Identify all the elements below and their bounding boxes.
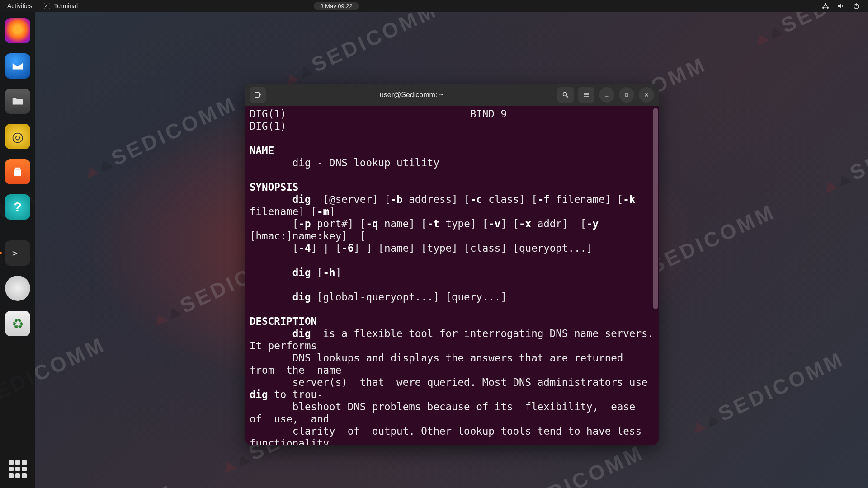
app-menu-label: Terminal [54,2,78,9]
svg-point-8 [563,92,566,96]
terminal-icon: >_ [44,3,50,9]
app-menu-button[interactable]: >_ Terminal [39,2,82,9]
clock-button[interactable]: 8 May 09:22 [314,2,359,10]
new-tab-button[interactable] [250,87,266,103]
man-page-content: DIG(1) BIND 9 DIG(1) NAME dig - DNS look… [250,108,654,445]
power-icon[interactable] [853,2,860,9]
window-titlebar[interactable]: user@Sedicomm: ~ [245,84,659,106]
maximize-button[interactable] [619,87,634,103]
dock-rhythmbox[interactable]: ◎ [5,124,30,149]
dock: ◎ ? >_ ♻ [0,12,35,488]
dock-terminal[interactable]: >_ [5,240,30,266]
system-tray[interactable] [822,2,868,9]
top-panel: Activities >_ Terminal 8 May 09:22 [0,0,868,12]
dock-files[interactable] [5,89,30,114]
window-title: user@Sedicomm: ~ [270,91,553,99]
hamburger-menu-button[interactable] [578,87,594,103]
terminal-viewport[interactable]: DIG(1) BIND 9 DIG(1) NAME dig - DNS look… [245,106,659,445]
terminal-scrollbar[interactable] [653,108,658,443]
activities-button[interactable]: Activities [0,2,39,9]
dock-separator [9,230,27,230]
dock-trash[interactable]: ♻ [5,311,30,336]
svg-rect-14 [625,94,628,96]
dock-software[interactable] [5,159,30,184]
volume-icon[interactable] [837,2,844,9]
close-button[interactable] [639,87,654,103]
network-icon[interactable] [822,2,829,9]
search-button[interactable] [557,87,574,103]
svg-line-9 [566,96,568,98]
terminal-window: user@Sedicomm: ~ DIG(1) BIND 9 [245,84,659,445]
dock-disc[interactable] [5,276,30,301]
dock-firefox[interactable] [5,18,30,43]
show-applications-button[interactable] [9,460,27,478]
dock-help[interactable]: ? [5,194,30,220]
minimize-button[interactable] [599,87,614,103]
dock-thunderbird[interactable] [5,53,30,79]
